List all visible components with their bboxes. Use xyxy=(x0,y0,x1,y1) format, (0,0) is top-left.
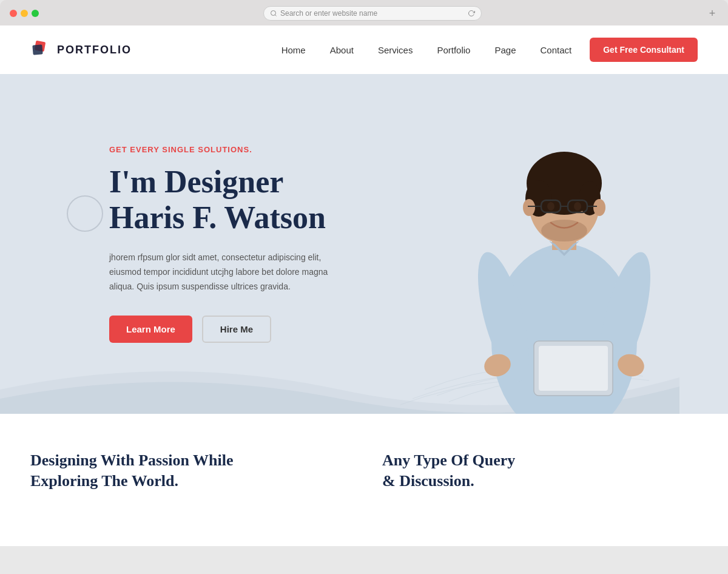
maximize-button[interactable] xyxy=(32,10,39,17)
hero-title-line1: I'm Designer xyxy=(109,164,283,199)
browser-titlebar: Search or enter website name + xyxy=(0,6,728,25)
address-bar[interactable]: Search or enter website name xyxy=(263,6,482,21)
svg-rect-3 xyxy=(32,44,42,55)
nav-contact[interactable]: Contact xyxy=(541,45,572,55)
bottom-section: Designing With Passion While Exploring T… xyxy=(0,414,728,516)
bottom-left: Designing With Passion While Exploring T… xyxy=(30,450,346,491)
bottom-left-line2: Exploring The World. xyxy=(30,472,178,490)
browser-chrome: Search or enter website name + xyxy=(0,0,728,25)
logo-text: PORTFOLIO xyxy=(57,44,132,56)
address-placeholder: Search or enter website name xyxy=(280,9,377,18)
svg-point-11 xyxy=(523,199,535,216)
hero-person-image xyxy=(449,98,679,414)
logo[interactable]: PORTFOLIO xyxy=(30,39,132,61)
learn-more-button[interactable]: Learn More xyxy=(109,316,192,343)
hero-description: jhorem rfpsum glor sidt amet, consectetu… xyxy=(109,251,334,294)
nav-page[interactable]: Page xyxy=(494,45,516,55)
nav-portfolio[interactable]: Portfolio xyxy=(437,45,470,55)
hero-section: GET EVERY SINGLE SOLUTIONS. I'm Designer… xyxy=(0,74,728,414)
svg-rect-26 xyxy=(539,346,608,391)
bottom-right-heading: Any Type Of Query & Discussion. xyxy=(382,450,698,491)
cta-button[interactable]: Get Free Consultant xyxy=(590,38,698,62)
nav-links: Home About Services Portfolio Page Conta… xyxy=(281,45,572,55)
close-button[interactable] xyxy=(10,10,17,17)
svg-point-20 xyxy=(541,220,587,241)
website-container: PORTFOLIO Home About Services Portfolio … xyxy=(0,25,728,546)
hero-title-line2: Haris F. Watson xyxy=(109,200,326,235)
hire-me-button[interactable]: Hire Me xyxy=(202,316,271,343)
nav-home[interactable]: Home xyxy=(281,45,306,55)
svg-point-19 xyxy=(574,202,581,211)
hero-title: I'm Designer Haris F. Watson xyxy=(109,164,334,237)
svg-line-1 xyxy=(275,15,276,16)
new-tab-button[interactable]: + xyxy=(706,7,718,19)
refresh-icon[interactable] xyxy=(468,10,475,17)
browser-dots xyxy=(10,10,39,17)
search-icon xyxy=(270,10,277,17)
hero-buttons: Learn More Hire Me xyxy=(109,316,334,343)
navbar: PORTFOLIO Home About Services Portfolio … xyxy=(0,25,728,74)
hero-content: GET EVERY SINGLE SOLUTIONS. I'm Designer… xyxy=(0,109,364,380)
svg-point-18 xyxy=(547,202,554,211)
minimize-button[interactable] xyxy=(21,10,28,17)
browser-addressbar: Search or enter website name xyxy=(44,6,701,21)
svg-point-0 xyxy=(271,11,276,16)
bottom-right-line1: Any Type Of Query xyxy=(382,451,515,469)
nav-about[interactable]: About xyxy=(330,45,354,55)
bottom-right-line2: & Discussion. xyxy=(382,472,474,490)
bottom-left-heading: Designing With Passion While Exploring T… xyxy=(30,450,346,491)
svg-point-12 xyxy=(593,199,605,216)
logo-icon xyxy=(30,39,52,61)
hero-tagline: GET EVERY SINGLE SOLUTIONS. xyxy=(109,145,334,154)
bottom-right: Any Type Of Query & Discussion. xyxy=(382,450,698,491)
person-svg xyxy=(449,98,679,414)
nav-services[interactable]: Services xyxy=(378,45,413,55)
bottom-left-line1: Designing With Passion While xyxy=(30,451,233,469)
